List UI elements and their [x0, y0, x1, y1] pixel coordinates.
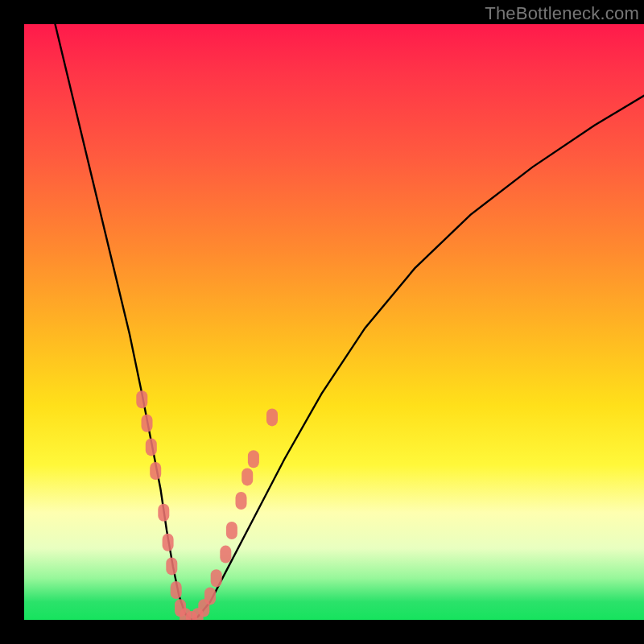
markers-layer: [136, 390, 278, 620]
marker-dot: [150, 462, 161, 480]
plot-area: [24, 24, 644, 620]
marker-dot: [142, 415, 153, 432]
watermark-text: TheBottleneck.com: [485, 3, 639, 24]
marker-dot: [226, 522, 237, 539]
marker-dot: [136, 390, 147, 408]
bottleneck-curve: [56, 24, 645, 620]
chart-frame: TheBottleneck.com: [0, 0, 644, 644]
marker-dot: [266, 408, 278, 426]
marker-dot: [220, 546, 231, 564]
marker-dot: [146, 438, 157, 456]
marker-dot: [163, 534, 174, 551]
curve-layer: [56, 24, 645, 620]
marker-dot: [158, 504, 169, 522]
chart-svg: [24, 24, 644, 620]
marker-dot: [248, 450, 259, 468]
marker-dot: [171, 581, 182, 599]
marker-dot: [211, 569, 222, 587]
marker-dot: [236, 492, 247, 510]
marker-dot: [166, 557, 177, 575]
marker-dot: [242, 468, 253, 485]
marker-dot: [204, 587, 216, 605]
